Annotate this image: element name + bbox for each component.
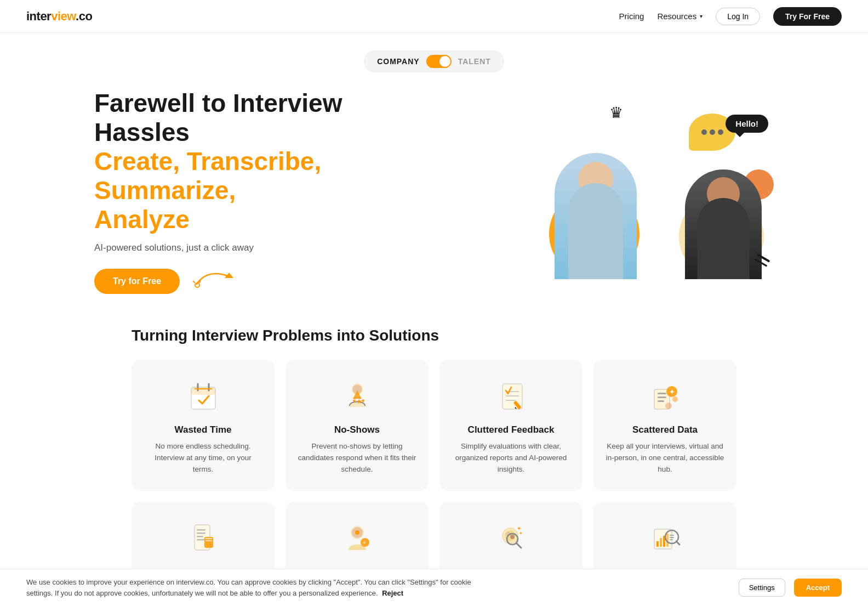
svg-rect-25 [658,397,666,398]
cookie-accept-button[interactable]: Accept [794,579,842,597]
cookie-banner: We use cookies to improve your experienc… [0,569,868,606]
solutions-section: Turning Interview Problems into Solution… [105,305,763,582]
cookie-message: We use cookies to improve your experienc… [26,578,471,597]
svg-rect-24 [658,393,666,394]
male-body [698,198,750,279]
svg-rect-62 [670,537,674,538]
card-desc-4: Keep all your interviews, virtual and in… [606,441,724,475]
cookie-settings-button[interactable]: Settings [739,579,785,597]
navbar: interview.co Pricing Resources ▾ Log In … [0,0,868,33]
arrow-decoration-icon [191,263,240,294]
svg-rect-35 [197,536,203,537]
hero-cta-button[interactable]: Try for Free [94,269,180,294]
logo-inter: inter [26,9,51,23]
hero-section: Farewell to Interview Hassles Create, Tr… [50,72,818,305]
svg-text:✦: ✦ [519,531,523,536]
card-wasted-time: Wasted Time No more endless scheduling. … [132,360,275,491]
toggle-pill[interactable]: COMPANY TALENT [364,50,504,72]
card-icon-scattered-data: ✦ [647,377,684,415]
hero-headline-2: Create, Transcribe, Summarize, [94,147,401,205]
card-title-2: No-Shows [334,424,380,435]
card-scattered-data: ✦ Scattered Data Keep all your interview… [593,360,736,491]
svg-rect-55 [656,541,659,547]
card-icon-6: + [339,519,376,557]
toggle-bar: COMPANY TALENT [0,50,868,72]
try-free-button[interactable]: Try For Free [773,7,842,26]
card-icon-8 [647,519,684,557]
cards-grid-1: Wasted Time No more endless scheduling. … [132,360,736,491]
svg-text:★: ★ [361,398,366,404]
card-icon-no-shows: ★ ★ ★ [339,377,376,415]
chat-dot-1 [701,129,707,135]
nav-resources[interactable]: Resources ▾ [657,12,703,21]
svg-rect-8 [195,388,212,389]
card-icon-wasted-time [185,377,222,415]
svg-rect-36 [197,539,204,541]
logo[interactable]: interview.co [26,9,92,24]
card-cluttered-feedback: Cluttered Feedback Simplify evaluations … [439,360,583,491]
svg-rect-56 [660,538,662,547]
hero-illustration: ♛ Hello! [544,104,774,279]
person-male [685,169,762,279]
toggle-switch[interactable] [426,55,452,68]
card-title-4: Scattered Data [632,424,698,435]
card-desc-1: No more endless scheduling. Interview at… [144,441,262,475]
hero-headline-1: Farewell to Interview Hassles [94,89,401,147]
person-female [555,153,637,279]
svg-rect-34 [197,533,205,534]
svg-point-42 [355,530,359,535]
chat-dot-2 [710,129,715,135]
card-title-1: Wasted Time [175,424,232,435]
hero-left: Farewell to Interview Hassles Create, Tr… [94,89,401,294]
hero-headline-3: Analyze [94,205,401,234]
cookie-text: We use cookies to improve your experienc… [26,577,498,598]
card-icon-cluttered-feedback [493,377,530,415]
svg-line-52 [516,543,521,548]
svg-line-60 [676,541,679,545]
crown-icon: ♛ [609,104,623,122]
solutions-title: Turning Interview Problems into Solution… [132,305,736,360]
chevron-down-icon: ▾ [700,13,703,19]
svg-point-29 [672,397,678,402]
resources-label: Resources [657,12,696,21]
svg-point-30 [665,403,672,409]
svg-text:✦: ✦ [669,388,675,396]
svg-line-2 [193,281,195,283]
svg-rect-38 [205,538,212,539]
card-icon-7: ✦ ✦ [493,519,530,557]
card-desc-3: Simplify evaluations with clear, organiz… [452,441,570,475]
toggle-knob [439,56,450,67]
hero-subtitle: AI-powered solutions, just a click away [94,242,401,253]
female-body [568,183,623,279]
toggle-talent-label: TALENT [458,57,491,66]
card-icon-5 [185,519,222,557]
svg-point-48 [510,535,515,539]
toggle-company-label: COMPANY [377,57,420,66]
chat-dot-3 [718,129,723,135]
cookie-actions: Settings Accept [739,579,842,597]
svg-rect-63 [670,539,673,540]
card-title-3: Cluttered Feedback [468,424,555,435]
svg-rect-33 [197,529,205,531]
svg-rect-26 [658,400,664,402]
hero-headline: Farewell to Interview Hassles Create, Tr… [94,89,401,234]
logo-co: .co [76,9,92,23]
card-no-shows: ★ ★ ★ No-Shows Prevent no-shows by letti… [285,360,429,491]
svg-text:+: + [363,540,366,546]
svg-rect-39 [205,540,212,541]
hello-speech-bubble: Hello! [726,115,768,133]
cookie-reject-link[interactable]: Reject [382,589,403,597]
logo-view: view [51,9,76,23]
nav-right: Pricing Resources ▾ Log In Try For Free [619,7,842,26]
card-desc-2: Prevent no-shows by letting candidates r… [298,441,416,475]
login-button[interactable]: Log In [716,8,760,25]
svg-rect-61 [670,535,674,536]
nav-pricing[interactable]: Pricing [619,12,644,21]
